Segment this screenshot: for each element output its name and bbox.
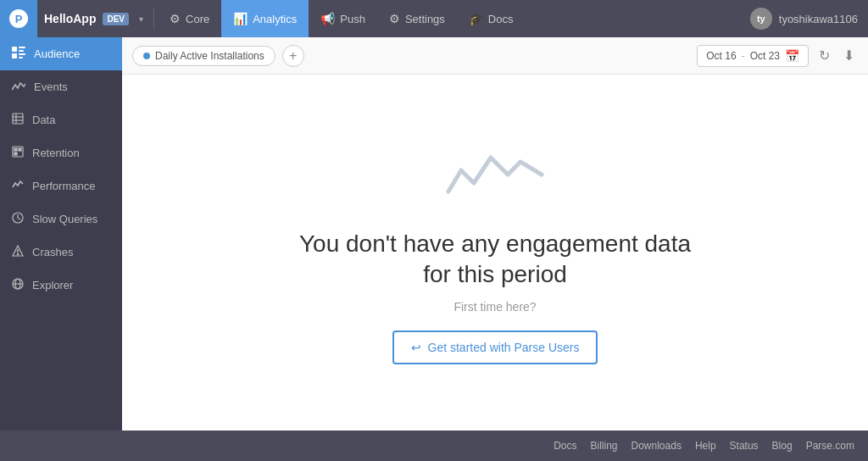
empty-state: You don't have any engagement datafor th… xyxy=(122,75,868,430)
slow-queries-icon xyxy=(12,212,24,226)
svg-rect-0 xyxy=(12,47,17,52)
explorer-icon xyxy=(12,278,24,292)
settings-icon: ⚙ xyxy=(389,12,400,25)
retention-icon xyxy=(12,146,24,160)
calendar-icon: 📅 xyxy=(785,49,799,63)
empty-title: You don't have any engagement datafor th… xyxy=(299,229,691,291)
svg-rect-6 xyxy=(13,114,23,124)
nav-tab-core[interactable]: ⚙ Core xyxy=(158,0,221,37)
sidebar-label-retention: Retention xyxy=(32,147,80,159)
nav-tab-push[interactable]: 📢 Push xyxy=(309,0,377,37)
nav-tab-analytics[interactable]: 📊 Analytics xyxy=(221,0,309,37)
svg-point-17 xyxy=(17,253,18,254)
footer-link-downloads[interactable]: Downloads xyxy=(632,440,682,452)
svg-rect-11 xyxy=(14,148,17,151)
sidebar-label-explorer: Explorer xyxy=(32,279,73,292)
content-area: Daily Active Installations + Oct 16 - Oc… xyxy=(122,37,868,430)
app-logo[interactable]: P xyxy=(0,0,37,37)
dev-badge: DEV xyxy=(103,13,129,25)
nav-divider xyxy=(153,8,154,29)
add-tab-button[interactable]: + xyxy=(282,45,304,67)
svg-rect-3 xyxy=(19,50,24,52)
refresh-button[interactable]: ↻ xyxy=(815,44,833,67)
app-dropdown-arrow[interactable]: ▾ xyxy=(132,14,150,24)
svg-rect-5 xyxy=(19,57,23,58)
footer-link-parse[interactable]: Parse.com xyxy=(806,440,854,452)
sidebar-item-data[interactable]: Data xyxy=(0,103,122,136)
svg-rect-2 xyxy=(19,47,25,48)
sidebar-item-explorer[interactable]: Explorer xyxy=(0,269,122,302)
footer-link-help[interactable]: Help xyxy=(695,440,716,452)
content-toolbar: Daily Active Installations + Oct 16 - Oc… xyxy=(122,37,868,75)
data-icon xyxy=(12,113,24,127)
sidebar: Audience Events Data Retention Performan… xyxy=(0,37,122,430)
footer: Docs Billing Downloads Help Status Blog … xyxy=(0,430,868,461)
main-layout: Audience Events Data Retention Performan… xyxy=(0,37,868,430)
active-chart-tab[interactable]: Daily Active Installations xyxy=(132,46,275,66)
sidebar-item-audience[interactable]: Audience xyxy=(0,37,122,70)
sidebar-label-data: Data xyxy=(32,114,55,126)
performance-icon xyxy=(12,179,24,193)
footer-link-billing[interactable]: Billing xyxy=(591,440,618,452)
top-navigation: P HelloApp DEV ▾ ⚙ Core 📊 Analytics 📢 Pu… xyxy=(0,0,868,37)
sidebar-label-crashes: Crashes xyxy=(32,246,73,258)
sidebar-label-audience: Audience xyxy=(34,47,80,60)
crashes-icon xyxy=(12,245,24,259)
footer-link-status[interactable]: Status xyxy=(730,440,759,452)
push-icon: 📢 xyxy=(320,12,335,25)
audience-icon xyxy=(12,47,25,61)
core-icon: ⚙ xyxy=(170,12,181,25)
username: tyoshikawa1106 xyxy=(779,13,858,25)
footer-link-blog[interactable]: Blog xyxy=(772,440,793,452)
sidebar-label-performance: Performance xyxy=(32,180,95,192)
app-name: HelloApp xyxy=(37,12,103,25)
logo-icon: P xyxy=(9,9,28,28)
events-icon xyxy=(12,80,25,94)
date-to: Oct 23 xyxy=(750,50,780,62)
empty-chart-illustration xyxy=(444,141,546,208)
nav-tabs: ⚙ Core 📊 Analytics 📢 Push ⚙ Settings 🎓 D… xyxy=(158,0,740,37)
tab-pill-indicator xyxy=(143,53,150,59)
docs-icon: 🎓 xyxy=(469,12,483,25)
sidebar-item-slow-queries[interactable]: Slow Queries xyxy=(0,203,122,236)
sidebar-item-events[interactable]: Events xyxy=(0,70,122,103)
sidebar-label-slow-queries: Slow Queries xyxy=(32,213,97,225)
get-started-label: Get started with Parse Users xyxy=(428,341,580,354)
sidebar-item-crashes[interactable]: Crashes xyxy=(0,236,122,269)
get-started-button[interactable]: ↩ Get started with Parse Users xyxy=(392,330,598,364)
sidebar-label-events: Events xyxy=(34,81,68,93)
svg-rect-13 xyxy=(14,153,17,155)
analytics-icon: 📊 xyxy=(233,12,248,25)
footer-link-docs[interactable]: Docs xyxy=(554,440,576,452)
sidebar-item-performance[interactable]: Performance xyxy=(0,169,122,203)
empty-subtitle: First time here? xyxy=(453,300,536,314)
svg-rect-1 xyxy=(12,53,17,58)
svg-rect-4 xyxy=(19,53,25,55)
sidebar-item-retention[interactable]: Retention xyxy=(0,136,122,169)
nav-tab-docs[interactable]: 🎓 Docs xyxy=(457,0,526,37)
date-separator: - xyxy=(742,50,745,62)
get-started-icon: ↩ xyxy=(411,341,421,354)
svg-rect-12 xyxy=(19,148,21,151)
avatar: ty xyxy=(750,8,772,30)
nav-tab-settings[interactable]: ⚙ Settings xyxy=(377,0,457,37)
tab-pill-label: Daily Active Installations xyxy=(155,50,264,62)
user-menu[interactable]: ty tyoshikawa1106 xyxy=(740,8,868,30)
date-from: Oct 16 xyxy=(706,50,736,62)
date-range-picker[interactable]: Oct 16 - Oct 23 📅 xyxy=(697,45,809,67)
download-button[interactable]: ⬇ xyxy=(840,44,858,67)
